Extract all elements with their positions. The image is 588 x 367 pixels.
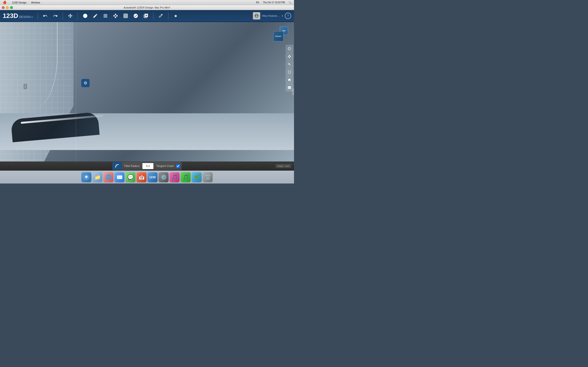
primitive-tool-button[interactable] (81, 12, 89, 20)
svg-point-0 (289, 87, 290, 88)
divider-5 (168, 12, 168, 19)
dock-network[interactable]: 🌿 (191, 172, 202, 182)
fillet-radius-label: Fillet Radius: (122, 165, 142, 168)
dock-mail[interactable]: ✉️ (114, 172, 124, 182)
logo-dropdown-icon[interactable]: ▾ (32, 16, 33, 18)
macos-menu-bar: 🍎 123D Design Window 6% Thu Oct 17 10:32… (0, 0, 294, 5)
app-toolbar: 123D DESIGN ▾ (0, 10, 294, 22)
material-button[interactable]: ● (172, 12, 180, 20)
spotlight-icon[interactable]: 🔍 (288, 1, 292, 4)
fillet-tool-icon-button[interactable] (112, 162, 122, 170)
viewport-toggle[interactable] (292, 88, 294, 95)
transform-tool-button[interactable] (111, 12, 120, 20)
view-cube[interactable]: TOP FRONT (273, 27, 288, 41)
dock-spotify[interactable]: 🎵 (181, 172, 191, 182)
menu-bar-right: 6% Thu Oct 17 10:32 PM 🔍 (255, 1, 292, 4)
battery-indicator: 6% (255, 1, 260, 4)
dock-files[interactable]: 📁 (92, 172, 103, 182)
menu-item-123d[interactable]: 123D Design (11, 1, 27, 4)
zoom-button[interactable] (286, 60, 293, 68)
modify-tool-button[interactable] (132, 12, 140, 20)
dock-itunes[interactable]: 🎵 (170, 172, 180, 182)
fit-view-button[interactable] (286, 68, 293, 76)
tangent-chain-label: Tangent Chain (155, 165, 176, 168)
dock-settings[interactable]: ⚙️ (158, 172, 169, 182)
window-controls (2, 6, 13, 9)
gear-icon: ⚙ (84, 81, 87, 85)
user-avatar (253, 12, 260, 19)
maximize-button[interactable] (10, 6, 13, 9)
pattern-tool-button[interactable] (121, 12, 130, 20)
measure-tool-button[interactable] (157, 12, 165, 20)
menu-item-window[interactable]: Window (30, 1, 41, 4)
units-label: Units : mm (275, 164, 291, 168)
user-dropdown-icon[interactable]: ▾ (282, 15, 283, 17)
logo-design: DESIGN (19, 15, 31, 19)
dock-calendar[interactable]: 📅 (137, 172, 147, 182)
toolbar-right: Riley Rodenb ... ▾ ? (253, 12, 291, 19)
help-button[interactable]: ? (285, 13, 291, 19)
apple-menu-icon[interactable]: 🍎 (2, 0, 7, 4)
clock: Thu Oct 17 10:32 PM (262, 1, 286, 4)
view-cube-front[interactable]: FRONT (273, 31, 284, 41)
orbit-button[interactable] (286, 45, 293, 52)
group-tool-button[interactable] (142, 12, 150, 20)
minimize-button[interactable] (6, 6, 9, 9)
dock-messages[interactable]: 💬 (125, 172, 136, 182)
dock: 📁 🌐 ✉️ 💬 📅 123D ⚙️ 🎵 🎵 🌿 🗑️ (0, 171, 294, 184)
viewport-settings-button[interactable]: ⚙ (81, 79, 90, 87)
pan-button[interactable] (286, 53, 293, 60)
viewport[interactable]: 200 ⚙ TOP FRONT (0, 22, 294, 161)
dimension-annotation: 200 (24, 84, 27, 89)
sketch-tool-button[interactable] (91, 12, 99, 20)
dock-finder[interactable] (81, 172, 91, 182)
dock-browser[interactable]: 🌐 (103, 172, 113, 182)
window-title: Autodesk® 123D® Design: Mac Pro Mini* (124, 6, 170, 9)
close-button[interactable] (2, 6, 5, 9)
fillet-radius-input[interactable] (142, 163, 153, 169)
tangent-chain-checkbox[interactable] (176, 164, 180, 168)
divider-2 (63, 12, 63, 19)
fillet-tool-panel: Fillet Radius: Tangent Chain (112, 162, 182, 170)
logo-area: 123D DESIGN ▾ (3, 12, 33, 19)
dock-trash[interactable]: 🗑️ (203, 172, 213, 182)
user-name[interactable]: Riley Rodenb ... (262, 15, 280, 17)
redo-button[interactable] (51, 12, 60, 20)
scene-divider (76, 22, 76, 161)
navigate-tool-button[interactable] (66, 12, 74, 20)
divider-1 (38, 12, 38, 19)
home-view-button[interactable] (286, 76, 293, 83)
dock-123d[interactable]: 123D (147, 172, 157, 182)
status-bar: Fillet Radius: Tangent Chain Units : mm (0, 161, 294, 171)
nav-controls (286, 45, 293, 91)
app-window: Autodesk® 123D® Design: Mac Pro Mini* 12… (0, 5, 294, 184)
window-titlebar: Autodesk® 123D® Design: Mac Pro Mini* (0, 5, 294, 10)
construct-tool-button[interactable] (101, 12, 110, 20)
undo-button[interactable] (41, 12, 49, 20)
logo-123d: 123D (3, 12, 18, 19)
